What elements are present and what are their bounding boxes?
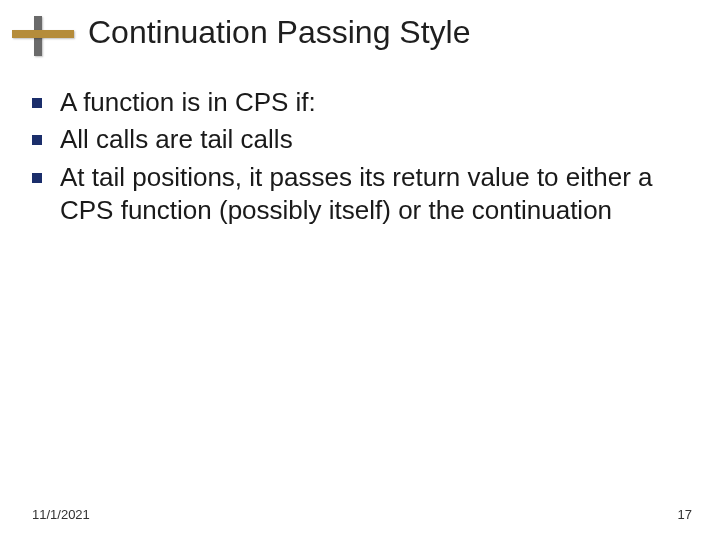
list-item: A function is in CPS if: xyxy=(32,86,692,119)
list-item: At tail positions, it passes its return … xyxy=(32,161,692,228)
bullet-icon xyxy=(32,135,42,145)
footer-page-number: 17 xyxy=(678,507,692,522)
bullet-text: All calls are tail calls xyxy=(60,123,692,156)
list-item: All calls are tail calls xyxy=(32,123,692,156)
bullet-text: At tail positions, it passes its return … xyxy=(60,161,692,228)
bullet-text: A function is in CPS if: xyxy=(60,86,692,119)
bullet-icon xyxy=(32,173,42,183)
slide-title: Continuation Passing Style xyxy=(88,14,470,51)
slide-body: A function is in CPS if: All calls are t… xyxy=(32,86,692,231)
title-bar-horizontal xyxy=(12,30,74,38)
bullet-icon xyxy=(32,98,42,108)
footer-date: 11/1/2021 xyxy=(32,507,90,522)
